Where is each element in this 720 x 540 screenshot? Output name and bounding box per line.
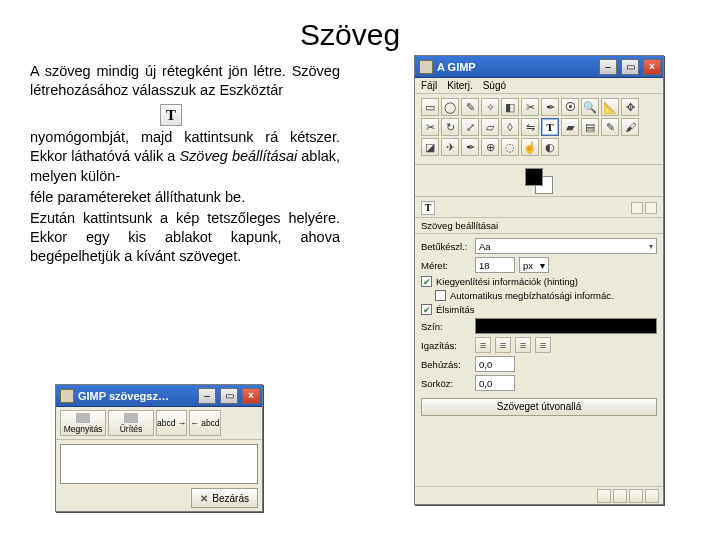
size-label: Méret: bbox=[421, 260, 471, 271]
tool-text[interactable]: T bbox=[541, 118, 559, 136]
hinting-label: Kiegyenlítési információk (hinting) bbox=[436, 276, 578, 287]
tool-scissors[interactable]: ✂ bbox=[521, 98, 539, 116]
font-field[interactable]: Aa▾ bbox=[475, 238, 657, 254]
size-unit[interactable]: px▾ bbox=[519, 257, 549, 273]
editor-footer: ✕Bezárás bbox=[56, 488, 262, 511]
tool-options-body: Betűkészl.: Aa▾ Méret: 18 px▾ ✔ Kiegyenl… bbox=[415, 234, 663, 486]
color-label: Szín: bbox=[421, 321, 471, 332]
tool-measure[interactable]: 📐 bbox=[601, 98, 619, 116]
tool-fuzzy-select[interactable]: ✧ bbox=[481, 98, 499, 116]
tool-smudge[interactable]: ☝ bbox=[521, 138, 539, 156]
tool-ink[interactable]: ✒ bbox=[461, 138, 479, 156]
indent-label: Behúzás: bbox=[421, 359, 471, 370]
close-icon: ✕ bbox=[200, 493, 208, 504]
justify-fill[interactable]: ≡ bbox=[535, 337, 551, 353]
menu-file[interactable]: Fájl bbox=[421, 80, 437, 91]
tool-blur[interactable]: ◌ bbox=[501, 138, 519, 156]
body-text: A szöveg mindig új rétegként jön létre. … bbox=[30, 62, 340, 268]
editor-close-button[interactable]: ✕Bezárás bbox=[191, 488, 258, 508]
tool-airbrush[interactable]: ✈ bbox=[441, 138, 459, 156]
tool-grid: ▭ ◯ ✎ ✧ ◧ ✂ ✒ ⦿ 🔍 📐 ✥ ✂ ↻ ⤢ ▱ ◊ ⇋ T ▰ ▤ … bbox=[415, 94, 663, 165]
menubar: Fájl Kiterj. Súgó bbox=[415, 78, 663, 94]
hinting-checkbox[interactable]: ✔ bbox=[421, 276, 432, 287]
delete-options-icon[interactable] bbox=[629, 489, 643, 503]
tool-options-header: T bbox=[415, 197, 663, 218]
size-field[interactable]: 18 bbox=[475, 257, 515, 273]
tool-bucket[interactable]: ▰ bbox=[561, 118, 579, 136]
autohint-label: Automatikus megbízhatósági informác. bbox=[450, 290, 614, 301]
tool-eraser[interactable]: ◪ bbox=[421, 138, 439, 156]
app-icon bbox=[419, 60, 433, 74]
para-3: féle paramétereket állíthatunk be. bbox=[30, 188, 340, 207]
tab-close-icon[interactable] bbox=[645, 202, 657, 214]
tool-ellipse-select[interactable]: ◯ bbox=[441, 98, 459, 116]
indent-field[interactable]: 0,0 bbox=[475, 356, 515, 372]
tab-menu-icon[interactable] bbox=[631, 202, 643, 214]
tool-zoom[interactable]: 🔍 bbox=[581, 98, 599, 116]
tool-rotate[interactable]: ↻ bbox=[441, 118, 459, 136]
menu-help[interactable]: Súgó bbox=[483, 80, 506, 91]
text-tool-tab-icon[interactable]: T bbox=[421, 201, 435, 215]
justify-right[interactable]: ≡ bbox=[495, 337, 511, 353]
tool-flip[interactable]: ⇋ bbox=[521, 118, 539, 136]
tool-paths[interactable]: ✒ bbox=[541, 98, 559, 116]
justify-label: Igazítás: bbox=[421, 340, 471, 351]
tool-perspective[interactable]: ◊ bbox=[501, 118, 519, 136]
tool-options-title: Szöveg beállításai bbox=[415, 218, 663, 234]
tool-color-picker[interactable]: ⦿ bbox=[561, 98, 579, 116]
tool-scale[interactable]: ⤢ bbox=[461, 118, 479, 136]
editor-title: GIMP szövegsz… bbox=[78, 390, 194, 402]
editor-textarea[interactable] bbox=[60, 444, 258, 484]
linespacing-label: Sorköz: bbox=[421, 378, 471, 389]
linespacing-field[interactable]: 0,0 bbox=[475, 375, 515, 391]
tool-shear[interactable]: ▱ bbox=[481, 118, 499, 136]
dropdown-icon: ▾ bbox=[649, 242, 653, 251]
maximize-button[interactable]: ▭ bbox=[621, 59, 639, 75]
tool-pencil[interactable]: ✎ bbox=[601, 118, 619, 136]
close-button[interactable]: × bbox=[242, 388, 260, 404]
rtl-button[interactable]: ← abcd bbox=[189, 410, 220, 436]
ltr-button[interactable]: abcd → bbox=[156, 410, 187, 436]
maximize-button[interactable]: ▭ bbox=[220, 388, 238, 404]
tool-color-select[interactable]: ◧ bbox=[501, 98, 519, 116]
folder-icon bbox=[76, 413, 90, 423]
fg-bg-swatches[interactable] bbox=[525, 168, 553, 194]
editor-titlebar: GIMP szövegsz… – ▭ × bbox=[56, 385, 262, 407]
tool-options-footer bbox=[415, 486, 663, 504]
tool-move[interactable]: ✥ bbox=[621, 98, 639, 116]
tool-blend[interactable]: ▤ bbox=[581, 118, 599, 136]
open-button[interactable]: Megnyitás bbox=[60, 410, 106, 436]
menu-xtns[interactable]: Kiterj. bbox=[447, 80, 473, 91]
para-2: nyomógombját, majd kattintsunk rá kétsze… bbox=[30, 128, 340, 185]
editor-toolbar: Megnyitás Ürítés abcd → ← abcd bbox=[56, 407, 262, 440]
font-label: Betűkészl.: bbox=[421, 241, 471, 252]
justify-left[interactable]: ≡ bbox=[475, 337, 491, 353]
justify-center[interactable]: ≡ bbox=[515, 337, 531, 353]
para-1: A szöveg mindig új rétegként jön létre. … bbox=[30, 62, 340, 100]
tool-crop[interactable]: ✂ bbox=[421, 118, 439, 136]
tool-rect-select[interactable]: ▭ bbox=[421, 98, 439, 116]
tool-dodge[interactable]: ◐ bbox=[541, 138, 559, 156]
save-options-icon[interactable] bbox=[597, 489, 611, 503]
fg-color[interactable] bbox=[525, 168, 543, 186]
clear-button[interactable]: Ürítés bbox=[108, 410, 154, 436]
antialias-checkbox[interactable]: ✔ bbox=[421, 304, 432, 315]
text-to-path-button[interactable]: Szöveget útvonallá bbox=[421, 398, 657, 416]
chevron-down-icon: ▾ bbox=[540, 260, 545, 271]
text-color-swatch[interactable] bbox=[475, 318, 657, 334]
reset-options-icon[interactable] bbox=[645, 489, 659, 503]
app-icon bbox=[60, 389, 74, 403]
tool-paintbrush[interactable]: 🖌 bbox=[621, 118, 639, 136]
close-button[interactable]: × bbox=[643, 59, 661, 75]
minimize-button[interactable]: – bbox=[198, 388, 216, 404]
minimize-button[interactable]: – bbox=[599, 59, 617, 75]
autohint-checkbox[interactable] bbox=[435, 290, 446, 301]
tool-clone[interactable]: ⊕ bbox=[481, 138, 499, 156]
restore-options-icon[interactable] bbox=[613, 489, 627, 503]
text-tool-icon: T bbox=[160, 104, 182, 126]
text-editor-dialog: GIMP szövegsz… – ▭ × Megnyitás Ürítés ab… bbox=[55, 384, 263, 512]
color-swatches bbox=[415, 165, 663, 197]
tool-free-select[interactable]: ✎ bbox=[461, 98, 479, 116]
clear-icon bbox=[124, 413, 138, 423]
settings-window-name: Szöveg beállításai bbox=[179, 148, 297, 164]
